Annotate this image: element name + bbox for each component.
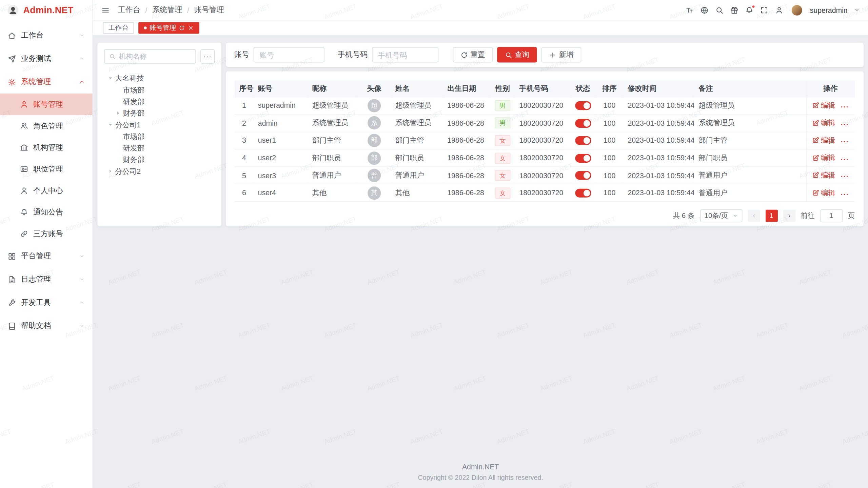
profile-icon[interactable]: [775, 6, 783, 14]
tab-close-icon[interactable]: [188, 25, 194, 31]
sidebar-item-7[interactable]: 个人中心: [0, 180, 93, 202]
table-header-row: 序号账号昵称头像姓名出生日期性别手机号码状态排序修改时间备注操作: [235, 80, 855, 97]
tab-1[interactable]: 账号管理: [138, 22, 199, 33]
prev-page-button[interactable]: [748, 210, 760, 222]
edit-icon: [812, 172, 819, 179]
caret-down-icon[interactable]: [107, 75, 114, 81]
status-toggle[interactable]: [575, 171, 591, 180]
chevron-left-icon: [751, 213, 756, 219]
sidebar-item-11[interactable]: 日志管理: [0, 268, 93, 291]
sidebar-item-2[interactable]: 系统管理: [0, 70, 93, 94]
sidebar-item-6[interactable]: 职位管理: [0, 158, 93, 180]
username[interactable]: superadmin: [810, 6, 848, 14]
breadcrumb-item[interactable]: 工作台: [118, 5, 140, 15]
goto-page-input[interactable]: [820, 209, 842, 222]
account-input[interactable]: [254, 47, 324, 63]
page-number-button[interactable]: 1: [765, 210, 777, 222]
sidebar-item-13[interactable]: 帮助文档: [0, 314, 93, 338]
tree-node-4[interactable]: 分公司1: [104, 119, 215, 130]
column-header-0: 序号: [235, 80, 254, 97]
edit-button[interactable]: 编辑: [812, 153, 835, 163]
sidebar-item-0[interactable]: 工作台: [0, 24, 93, 47]
tree-node-0[interactable]: 大名科技: [104, 73, 215, 84]
caret-right-icon[interactable]: [107, 168, 114, 174]
tab-refresh-icon[interactable]: [179, 25, 185, 31]
column-header-1: 账号: [254, 80, 308, 97]
next-page-button[interactable]: [783, 210, 795, 222]
table-row-2: 2admin系统管理员系系统管理员1986-06-28男180200307201…: [235, 114, 855, 132]
row-more-button[interactable]: ···: [841, 120, 849, 128]
edit-button[interactable]: 编辑: [812, 136, 835, 145]
status-toggle[interactable]: [575, 136, 591, 145]
status-toggle[interactable]: [575, 101, 591, 110]
cell-name: 系统管理员: [391, 114, 443, 132]
cell-account: user2: [254, 149, 308, 167]
reset-button-label: 重置: [471, 50, 485, 60]
user-avatar[interactable]: [792, 5, 802, 15]
language-icon[interactable]: [700, 6, 708, 14]
tree-node-3[interactable]: 财务部: [104, 107, 215, 119]
edit-button[interactable]: 编辑: [812, 118, 835, 128]
sidebar-item-12[interactable]: 开发工具: [0, 291, 93, 314]
sidebar-item-label: 个人中心: [33, 186, 63, 196]
org-search-input[interactable]: [119, 53, 191, 60]
menu-collapse-icon[interactable]: [101, 6, 110, 14]
sidebar-item-1[interactable]: 业务测试: [0, 47, 93, 70]
notification-badge: [752, 5, 755, 8]
row-more-button[interactable]: ···: [841, 138, 849, 146]
tree-node-2[interactable]: 研发部: [104, 96, 215, 107]
row-more-button[interactable]: ···: [841, 173, 849, 181]
fullscreen-icon[interactable]: [760, 6, 768, 14]
users-table: 序号账号昵称头像姓名出生日期性别手机号码状态排序修改时间备注操作 1supera…: [235, 80, 855, 202]
tree-node-5[interactable]: 市场部: [104, 130, 215, 142]
add-button[interactable]: 新增: [541, 47, 581, 63]
edit-button[interactable]: 编辑: [812, 170, 835, 180]
breadcrumb-item[interactable]: 系统管理: [152, 5, 182, 15]
cell-status: [570, 97, 596, 115]
phone-input[interactable]: [372, 47, 438, 63]
cell-gender: 女: [491, 132, 515, 149]
status-toggle[interactable]: [575, 154, 591, 163]
notification-bell-icon[interactable]: [745, 6, 753, 14]
tree-node-7[interactable]: 财务部: [104, 154, 215, 165]
edit-button[interactable]: 编辑: [812, 100, 835, 110]
sidebar-item-label: 日志管理: [21, 274, 51, 284]
footer-copyright: Copyright © 2022 Dilon All rights reserv…: [93, 474, 868, 482]
cell-actions: 编辑···: [806, 132, 855, 149]
cell-modified: 2023-01-03 10:59:44: [623, 149, 694, 167]
org-more-button[interactable]: ···: [200, 49, 215, 63]
edit-button[interactable]: 编辑: [812, 188, 835, 198]
status-toggle[interactable]: [575, 119, 591, 127]
tree-node-label: 财务部: [123, 108, 144, 118]
query-button[interactable]: 查询: [497, 47, 537, 63]
page-size-value: 10条/页: [705, 211, 728, 221]
tab-0[interactable]: 工作台: [103, 22, 134, 33]
caret-down-icon[interactable]: [107, 122, 114, 128]
search-icon[interactable]: [715, 6, 724, 14]
home-icon: [8, 31, 16, 39]
tree-node-8[interactable]: 分公司2: [104, 165, 215, 177]
row-more-button[interactable]: ···: [841, 156, 849, 163]
sidebar-item-5[interactable]: 机构管理: [0, 137, 93, 158]
cell-nickname: 系统管理员: [308, 114, 358, 132]
page-size-select[interactable]: 10条/页: [700, 209, 742, 222]
cell-remark: 系统管理员: [694, 114, 806, 132]
cell-birthday: 1986-06-28: [443, 114, 490, 132]
theme-icon[interactable]: [730, 6, 738, 14]
font-size-icon[interactable]: [685, 6, 693, 14]
tree-node-6[interactable]: 研发部: [104, 142, 215, 154]
row-more-button[interactable]: ···: [841, 103, 849, 111]
breadcrumb-item[interactable]: 账号管理: [194, 5, 224, 15]
sidebar-item-9[interactable]: 三方账号: [0, 223, 93, 245]
status-toggle[interactable]: [575, 189, 591, 198]
sidebar-item-10[interactable]: 平台管理: [0, 245, 93, 268]
chevron-down-icon[interactable]: [854, 7, 860, 13]
toggle-knob: [583, 155, 590, 162]
sidebar-item-4[interactable]: 角色管理: [0, 115, 93, 137]
reset-button[interactable]: 重置: [453, 47, 493, 63]
sidebar-item-8[interactable]: 通知公告: [0, 201, 93, 223]
caret-right-icon[interactable]: [115, 110, 121, 116]
sidebar-item-3[interactable]: 账号管理: [0, 94, 93, 115]
tree-node-1[interactable]: 市场部: [104, 84, 215, 96]
row-more-button[interactable]: ···: [841, 190, 849, 198]
